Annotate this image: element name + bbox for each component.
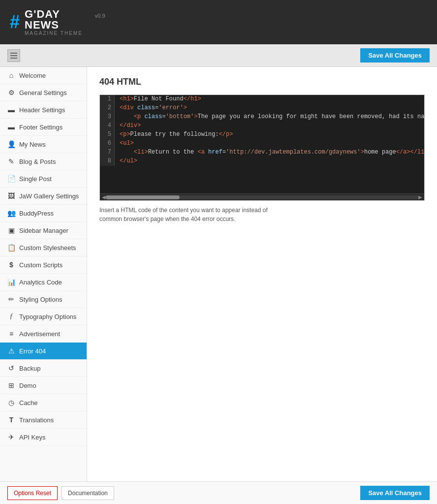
line-number: 4	[100, 122, 115, 130]
sidebar-item-styling-options[interactable]: ✏ Styling Options	[0, 291, 87, 308]
sidebar-item-api-keys[interactable]: ✈ API Keys	[0, 429, 87, 446]
footer-left: Options Reset Documentation	[7, 486, 114, 500]
sidebar-label-error-404: Error 404	[19, 347, 46, 355]
sidebar-item-typography-options[interactable]: ƒ Typography Options	[0, 308, 87, 325]
content-area: 404 HTML 1<h1>File Not Found</h1>2<div c…	[87, 67, 437, 481]
api-icon: ✈	[7, 433, 15, 441]
sidebar-label-cache: Cache	[19, 399, 38, 407]
documentation-button[interactable]: Documentation	[62, 486, 114, 500]
sidebar: ⌂ Welcome ⚙ General Settings ▬ Header Se…	[0, 67, 87, 481]
script-icon: $	[7, 261, 15, 269]
footer: Options Reset Documentation Save All Cha…	[0, 481, 437, 504]
sidebar-item-buddypress[interactable]: 👥 BuddyPress	[0, 205, 87, 222]
sidebar-item-footer-settings[interactable]: ▬ Footer Settings	[0, 119, 87, 136]
svg-rect-0	[10, 53, 17, 54]
sidebar-label-analytics-code: Analytics Code	[19, 279, 62, 286]
scrollbar-track[interactable]	[106, 195, 418, 199]
sidebar-label-header-settings: Header Settings	[19, 106, 65, 114]
sidebar-item-welcome[interactable]: ⌂ Welcome	[0, 67, 87, 84]
line-content: </ul>	[115, 157, 424, 166]
line-content: <div class='error'>	[115, 104, 424, 113]
toolbar: Save All Changes	[0, 44, 437, 67]
home-icon: ⌂	[7, 71, 15, 79]
sidebar-label-typography-options: Typography Options	[19, 313, 76, 320]
cache-icon: ◷	[7, 399, 15, 407]
line-content: <h1>File Not Found</h1>	[115, 95, 424, 104]
line-number: 5	[100, 130, 115, 139]
sidebar-label-advertisement: Advertisement	[19, 330, 60, 338]
stylesheet-icon: 📋	[7, 244, 15, 252]
sidebar-label-sidebar-manager: Sidebar Manager	[19, 227, 68, 234]
code-line: 5<p>Please try the following:</p>	[100, 130, 424, 139]
line-number: 8	[100, 157, 115, 166]
sidebar-item-sidebar-manager[interactable]: ▣ Sidebar Manager	[0, 222, 87, 239]
sidebar-item-header-settings[interactable]: ▬ Header Settings	[0, 101, 87, 119]
sidebar-item-custom-scripts[interactable]: $ Custom Scripts	[0, 256, 87, 274]
page-title: 404 HTML	[99, 77, 425, 87]
sidebar-item-single-post[interactable]: 📄 Single Post	[0, 170, 87, 188]
logo: # G'DAYNEWS MAGAZINE THEME v0.9	[10, 9, 105, 36]
doc-icon: 📄	[7, 175, 15, 183]
scroll-left-arrow[interactable]: ◀	[102, 194, 106, 200]
sidebar-item-error-404[interactable]: ⚠ Error 404	[0, 343, 87, 360]
line-content: <p class='bottom'>The page you are looki…	[115, 113, 424, 122]
logo-subtitle: MAGAZINE THEME	[25, 31, 83, 36]
main-layout: ⌂ Welcome ⚙ General Settings ▬ Header Se…	[0, 67, 437, 481]
backup-icon: ↺	[7, 364, 15, 372]
scroll-right-arrow[interactable]: ▶	[418, 194, 422, 200]
logo-hash: #	[10, 13, 20, 31]
sidebar-item-blog-posts[interactable]: ✎ Blog & Posts	[0, 153, 87, 170]
line-number: 3	[100, 113, 115, 122]
sidebar-label-general-settings: General Settings	[19, 89, 67, 96]
ad-icon: ≡	[7, 330, 15, 338]
line-number: 2	[100, 104, 115, 113]
logo-title: G'DAYNEWS	[25, 9, 83, 31]
options-reset-button[interactable]: Options Reset	[7, 486, 58, 500]
error-icon: ⚠	[7, 347, 15, 355]
line-number: 7	[100, 148, 115, 157]
gear-icon: ⚙	[7, 89, 15, 96]
line-content: <p>Please try the following:</p>	[115, 130, 424, 139]
line-content: </div>	[115, 122, 424, 130]
sidebar-item-cache[interactable]: ◷ Cache	[0, 394, 87, 411]
user-icon: 👤	[7, 140, 15, 148]
code-line: 1<h1>File Not Found</h1>	[100, 95, 424, 104]
header: # G'DAYNEWS MAGAZINE THEME v0.9	[0, 0, 437, 44]
sidebar-label-demo: Demo	[19, 382, 36, 389]
description-text: Insert a HTML code of the content you wa…	[99, 206, 272, 223]
sidebar-mgr-icon: ▣	[7, 226, 15, 234]
sidebar-item-advertisement[interactable]: ≡ Advertisement	[0, 325, 87, 343]
sidebar-label-styling-options: Styling Options	[19, 296, 62, 303]
sidebar-label-custom-scripts: Custom Scripts	[19, 261, 62, 269]
sidebar-label-my-news: My News	[19, 141, 45, 148]
styling-icon: ✏	[7, 295, 15, 303]
sidebar-label-translations: Translations	[19, 416, 54, 424]
sidebar-label-blog-posts: Blog & Posts	[19, 158, 56, 165]
code-editor[interactable]: 1<h1>File Not Found</h1>2<div class='err…	[100, 95, 424, 193]
menu-icon[interactable]	[7, 49, 20, 62]
sidebar-item-demo[interactable]: ⊞ Demo	[0, 377, 87, 394]
sidebar-label-backup: Backup	[19, 365, 40, 372]
sidebar-label-custom-stylesheets: Custom Stylesheets	[19, 244, 76, 252]
code-line: 3 <p class='bottom'>The page you are loo…	[100, 113, 424, 122]
sidebar-item-jaw-gallery[interactable]: 🖼 JaW Gallery Settings	[0, 188, 87, 205]
code-line: 2<div class='error'>	[100, 104, 424, 113]
sidebar-label-jaw-gallery: JaW Gallery Settings	[19, 192, 79, 200]
sidebar-item-analytics-code[interactable]: 📊 Analytics Code	[0, 274, 87, 291]
save-all-top-button[interactable]: Save All Changes	[360, 48, 430, 63]
scrollbar-area[interactable]: ◀ ▶	[100, 193, 424, 200]
code-line: 6<ul>	[100, 139, 424, 148]
save-all-bottom-button[interactable]: Save All Changes	[360, 486, 430, 500]
scrollbar-thumb[interactable]	[106, 195, 180, 199]
footer-icon: ▬	[7, 123, 15, 131]
typography-icon: ƒ	[7, 313, 15, 320]
sidebar-item-backup[interactable]: ↺ Backup	[0, 360, 87, 377]
sidebar-item-translations[interactable]: T Translations	[0, 411, 87, 429]
code-editor-wrapper: 1<h1>File Not Found</h1>2<div class='err…	[99, 94, 425, 201]
sidebar-item-my-news[interactable]: 👤 My News	[0, 136, 87, 153]
line-content: <ul>	[115, 139, 424, 148]
line-number: 6	[100, 139, 115, 148]
sidebar-item-custom-stylesheets[interactable]: 📋 Custom Stylesheets	[0, 239, 87, 256]
line-content: <li>Return to the <a href='http://dev.ja…	[115, 148, 424, 157]
sidebar-item-general-settings[interactable]: ⚙ General Settings	[0, 84, 87, 101]
